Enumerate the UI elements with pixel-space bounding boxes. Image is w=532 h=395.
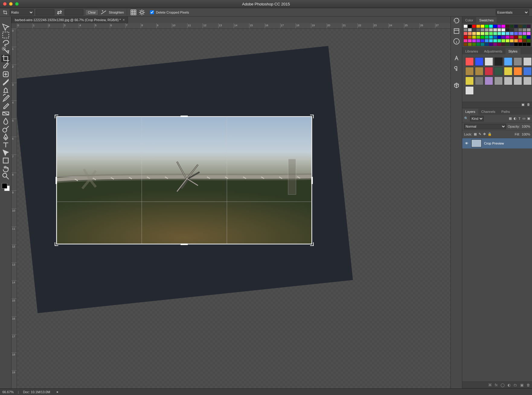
tab-layers[interactable]: Layers — [462, 109, 478, 115]
window-zoom-button[interactable] — [15, 2, 19, 6]
style-preset[interactable] — [485, 77, 493, 85]
delete-layer-icon[interactable]: 🗑 — [527, 383, 530, 387]
styles-new-icon[interactable]: ▣ — [521, 103, 524, 107]
swatch[interactable] — [480, 28, 485, 32]
close-tab-icon[interactable]: × — [123, 18, 125, 22]
move-tool[interactable] — [1, 24, 10, 31]
style-preset[interactable] — [523, 67, 532, 75]
new-group-icon[interactable]: 🗀 — [514, 383, 517, 387]
swatch[interactable] — [497, 24, 502, 28]
tab-swatches[interactable]: Swatches — [476, 17, 497, 23]
style-preset[interactable] — [504, 67, 512, 75]
swatch[interactable] — [518, 35, 522, 39]
swatch[interactable] — [480, 32, 485, 35]
delete-cropped-input[interactable] — [150, 10, 154, 14]
swatch[interactable] — [505, 35, 510, 39]
type-tool[interactable] — [1, 141, 10, 148]
color-swatches[interactable] — [2, 183, 10, 191]
crop-overlay[interactable] — [56, 116, 312, 244]
crop-overlay-options-icon[interactable] — [130, 9, 137, 15]
swatch[interactable] — [510, 24, 514, 28]
swatch[interactable] — [468, 39, 472, 43]
style-preset[interactable] — [523, 77, 532, 85]
swatch[interactable] — [480, 43, 485, 46]
eraser-tool[interactable] — [1, 102, 10, 109]
style-preset[interactable] — [504, 57, 512, 66]
lock-pixels-icon[interactable]: ✎ — [479, 132, 481, 136]
style-preset[interactable] — [494, 67, 503, 75]
swatch[interactable] — [497, 35, 502, 39]
swatch[interactable] — [463, 32, 468, 35]
layer-visibility-icon[interactable]: 👁 — [464, 142, 469, 145]
swatch[interactable] — [489, 24, 493, 28]
swatch[interactable] — [522, 28, 527, 32]
style-preset[interactable] — [514, 57, 522, 66]
swatch[interactable] — [501, 35, 505, 39]
vertical-ruler[interactable]: 01234567891011121314151617181920 — [11, 29, 17, 388]
swatch[interactable] — [476, 43, 480, 46]
style-preset[interactable] — [485, 57, 493, 66]
swatch[interactable] — [522, 24, 527, 28]
swatch[interactable] — [476, 28, 480, 32]
swatches-grid[interactable] — [463, 24, 531, 46]
window-close-button[interactable] — [3, 2, 7, 6]
swatch[interactable] — [501, 32, 505, 35]
swatch[interactable] — [463, 28, 468, 32]
delete-cropped-checkbox[interactable]: Delete Cropped Pixels — [150, 10, 189, 14]
swatch[interactable] — [493, 24, 497, 28]
swatch[interactable] — [522, 32, 527, 35]
swatch[interactable] — [480, 39, 485, 43]
swatch[interactable] — [522, 43, 527, 46]
swatch[interactable] — [527, 43, 531, 46]
swatch[interactable] — [472, 28, 476, 32]
swatch[interactable] — [476, 32, 480, 35]
crop-handle-r[interactable] — [311, 177, 313, 184]
swatch[interactable] — [514, 43, 518, 46]
swatch[interactable] — [476, 39, 480, 43]
swatch[interactable] — [510, 35, 514, 39]
swatch[interactable] — [518, 28, 522, 32]
swatch[interactable] — [510, 28, 514, 32]
style-preset[interactable] — [475, 57, 483, 66]
swatch[interactable] — [472, 39, 476, 43]
paragraph-panel-icon[interactable] — [453, 65, 460, 72]
swatch[interactable] — [514, 32, 518, 35]
horizontal-ruler[interactable]: 0123456789101112131415161718192021222324… — [17, 23, 450, 29]
swatch[interactable] — [493, 28, 497, 32]
swatch[interactable] — [489, 32, 493, 35]
brush-tool[interactable] — [1, 78, 10, 86]
doc-size[interactable]: Doc: 10.1M/13.0M — [23, 390, 50, 394]
properties-panel-icon[interactable] — [453, 27, 460, 35]
swatch[interactable] — [472, 35, 476, 39]
swatch[interactable] — [514, 35, 518, 39]
blend-mode-select[interactable]: Normal — [464, 124, 506, 129]
style-preset[interactable] — [465, 57, 474, 66]
crop-handle-bl[interactable] — [55, 242, 58, 246]
filter-shape-icon[interactable]: ▭ — [522, 116, 525, 120]
canvas[interactable] — [17, 29, 450, 388]
tab-adjustments[interactable]: Adjustments — [481, 48, 505, 54]
swatch[interactable] — [501, 28, 505, 32]
opacity-value[interactable]: 100% — [522, 125, 530, 128]
swatch[interactable] — [505, 32, 510, 35]
lock-transparency-icon[interactable]: ▦ — [474, 132, 477, 136]
crop-width-field[interactable] — [36, 9, 54, 15]
tab-channels[interactable]: Channels — [478, 109, 498, 115]
lock-position-icon[interactable]: ✥ — [483, 132, 486, 136]
style-preset[interactable] — [465, 77, 474, 85]
crop-handle-b[interactable] — [181, 244, 188, 245]
swatch[interactable] — [505, 39, 510, 43]
swatch[interactable] — [489, 39, 493, 43]
swatch[interactable] — [527, 24, 531, 28]
blur-tool[interactable] — [1, 118, 10, 125]
style-preset[interactable] — [494, 57, 503, 66]
straighten-toggle-icon[interactable] — [100, 9, 107, 15]
eyedropper-tool[interactable] — [1, 63, 10, 70]
swatch[interactable] — [527, 39, 531, 43]
style-preset[interactable] — [475, 67, 483, 75]
tab-paths[interactable]: Paths — [498, 109, 513, 115]
crop-ratio-select[interactable]: Ratio — [10, 9, 34, 15]
swatch[interactable] — [505, 24, 510, 28]
swatch[interactable] — [501, 39, 505, 43]
swatch[interactable] — [485, 43, 489, 46]
